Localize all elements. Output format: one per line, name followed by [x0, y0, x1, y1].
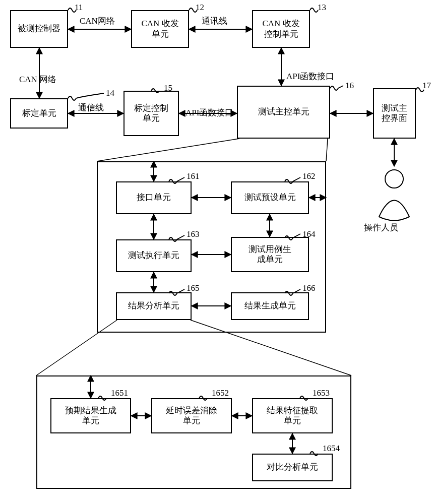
box-can-transceiver: CAN 收发 单元 [131, 10, 189, 48]
edge-label-api-2: API函数接口 [286, 71, 334, 82]
box-result-analysis-unit: 结果分析单元 [116, 292, 192, 320]
lead-13: 13 [318, 3, 326, 13]
edge-label-comm-line2: 通信线 [78, 102, 104, 113]
edge-label-api-1: API函数接口 [185, 107, 233, 118]
edge-label-can-net-1: CAN网络 [80, 15, 115, 27]
svg-point-24 [385, 170, 403, 188]
edge-label-comm-line: 通讯线 [202, 15, 227, 27]
lead-1651: 1651 [111, 388, 128, 398]
lead-11: 11 [75, 3, 83, 13]
box-result-feature-extract: 结果特征提取 单元 [252, 398, 333, 433]
lead-1653: 1653 [313, 388, 330, 398]
lead-165: 165 [187, 283, 200, 293]
operator-icon [379, 170, 409, 221]
box-testcase-gen-unit: 测试用例生 成单元 [231, 237, 309, 272]
box-delay-error-elim: 延时误差消除 单元 [151, 398, 232, 433]
lead-12: 12 [196, 3, 204, 13]
box-compare-analysis: 对比分析单元 [252, 454, 333, 481]
lead-163: 163 [187, 229, 200, 239]
box-interface-unit: 接口单元 [116, 181, 192, 214]
edge-label-can-net-2: CAN 网络 [18, 74, 58, 85]
box-calibration-unit: 标定单元 [10, 98, 68, 129]
svg-line-8 [97, 139, 239, 161]
box-test-preset-unit: 测试预设单元 [231, 181, 309, 214]
lead-17: 17 [422, 81, 431, 91]
lead-161: 161 [187, 171, 200, 181]
box-test-exec-unit: 测试执行单元 [116, 239, 192, 272]
box-can-trx-control: CAN 收发 控制单元 [252, 10, 310, 48]
box-test-master-ui: 测试主 控界面 [373, 88, 416, 139]
box-result-gen-unit: 结果生成单元 [231, 292, 309, 320]
lead-162: 162 [302, 171, 316, 181]
box-calibration-control: 标定控制 单元 [123, 91, 179, 136]
label-operator: 操作人员 [364, 222, 398, 233]
lead-1652: 1652 [212, 388, 229, 398]
lead-16: 16 [345, 81, 354, 91]
lead-1654: 1654 [323, 444, 340, 454]
lead-164: 164 [302, 229, 316, 239]
lead-14: 14 [106, 88, 114, 98]
box-tested-controller: 被测控制器 [10, 10, 68, 48]
lead-166: 166 [302, 283, 316, 293]
box-test-master: 测试主控单元 [237, 86, 330, 139]
lead-15: 15 [164, 83, 172, 93]
svg-line-9 [326, 139, 328, 161]
box-expected-result-gen: 预期结果生成 单元 [50, 398, 131, 433]
